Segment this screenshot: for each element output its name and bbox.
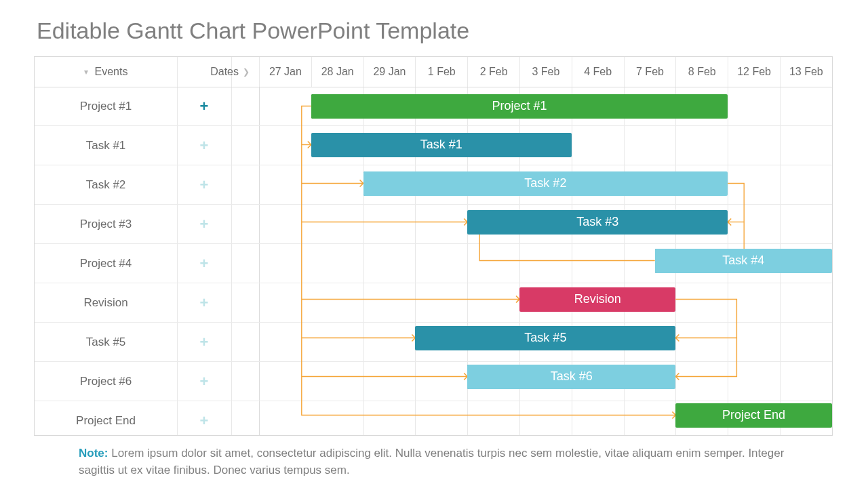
note-label: Note: bbox=[79, 447, 108, 460]
bar-label: Task #3 bbox=[576, 215, 618, 229]
slide: Editable Gantt Chart PowerPoint Template… bbox=[0, 0, 868, 488]
gantt-chart: ▾ Events Dates ❯ 27 Jan28 Jan29 Jan1 Feb… bbox=[34, 56, 833, 436]
header-events: ▾ Events bbox=[35, 57, 177, 87]
bar-label: Project #1 bbox=[492, 99, 547, 113]
header-date: 7 Feb bbox=[624, 57, 676, 87]
bar-label: Task #6 bbox=[551, 369, 593, 384]
gantt-bar[interactable]: Project #1 bbox=[311, 94, 728, 119]
chevron-right-icon[interactable]: ❯ bbox=[243, 57, 250, 87]
progress-fill bbox=[655, 249, 687, 273]
note-text: Lorem ipsum dolor sit amet, consectetur … bbox=[79, 447, 784, 476]
header-events-label: Events bbox=[95, 57, 128, 87]
bar-label: Revision bbox=[574, 292, 621, 306]
header-dates: Dates ❯ bbox=[177, 57, 259, 87]
header-date: 4 Feb bbox=[572, 57, 624, 87]
progress-fill bbox=[311, 94, 395, 119]
progress-fill bbox=[467, 365, 630, 389]
gantt-bar[interactable]: Task #4 bbox=[655, 249, 832, 273]
gantt-bar[interactable]: Project End bbox=[675, 403, 831, 428]
gantt-bar[interactable]: Task #3 bbox=[467, 210, 728, 235]
header-date: 13 Feb bbox=[780, 57, 832, 87]
header-date: 3 Feb bbox=[519, 57, 572, 87]
table-header: ▾ Events Dates ❯ 27 Jan28 Jan29 Jan1 Feb… bbox=[35, 57, 832, 87]
header-date: 1 Feb bbox=[415, 57, 467, 87]
gantt-bars: Project #1Task #1Task #2Task #3Task #4Re… bbox=[35, 87, 832, 435]
bar-label: Task #2 bbox=[524, 176, 566, 190]
gantt-bar[interactable]: Revision bbox=[519, 287, 675, 312]
header-date: 2 Feb bbox=[467, 57, 519, 87]
gantt-bar[interactable]: Task #2 bbox=[363, 171, 728, 196]
bar-label: Task #1 bbox=[420, 138, 462, 152]
bar-label: Task #5 bbox=[524, 331, 566, 345]
header-date: 8 Feb bbox=[675, 57, 728, 87]
progress-fill bbox=[363, 171, 469, 196]
note: Note: Lorem ipsum dolor sit amet, consec… bbox=[79, 445, 821, 479]
header-date: 12 Feb bbox=[728, 57, 780, 87]
header-dates-label: Dates bbox=[210, 57, 239, 87]
header-date: 29 Jan bbox=[363, 57, 416, 87]
gantt-bar[interactable]: Task #6 bbox=[467, 365, 675, 389]
header-date: 28 Jan bbox=[311, 57, 363, 87]
bar-label: Project End bbox=[722, 408, 785, 422]
gantt-bar[interactable]: Task #1 bbox=[311, 133, 572, 157]
header-date: 27 Jan bbox=[259, 57, 311, 87]
gantt-bar[interactable]: Task #5 bbox=[415, 326, 675, 350]
chevron-down-icon[interactable]: ▾ bbox=[84, 57, 88, 87]
page-title: Editable Gantt Chart PowerPoint Template bbox=[37, 18, 834, 44]
bar-label: Task #4 bbox=[722, 253, 764, 268]
